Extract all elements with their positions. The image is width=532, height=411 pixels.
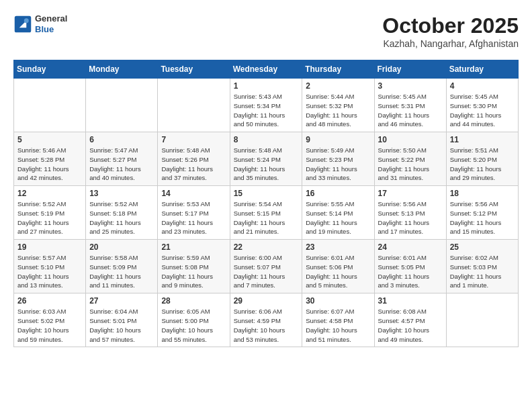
day-info: Sunrise: 5:56 AM Sunset: 5:12 PM Dayligh…: [450, 199, 515, 236]
day-info: Sunrise: 5:58 AM Sunset: 5:09 PM Dayligh…: [89, 253, 154, 290]
calendar-week-row: 19Sunrise: 5:57 AM Sunset: 5:10 PM Dayli…: [14, 240, 519, 293]
calendar-cell: [158, 79, 230, 132]
calendar-cell: 19Sunrise: 5:57 AM Sunset: 5:10 PM Dayli…: [14, 240, 86, 293]
svg-point-2: [24, 18, 29, 23]
calendar-cell: 12Sunrise: 5:52 AM Sunset: 5:19 PM Dayli…: [14, 186, 86, 240]
day-info: Sunrise: 5:59 AM Sunset: 5:08 PM Dayligh…: [161, 253, 226, 290]
day-info: Sunrise: 5:52 AM Sunset: 5:19 PM Dayligh…: [17, 199, 82, 236]
day-number: 15: [234, 189, 299, 198]
calendar-cell: 10Sunrise: 5:50 AM Sunset: 5:22 PM Dayli…: [374, 132, 446, 186]
day-info: Sunrise: 5:50 AM Sunset: 5:22 PM Dayligh…: [378, 146, 443, 183]
calendar-cell: 26Sunrise: 6:03 AM Sunset: 5:02 PM Dayli…: [14, 293, 86, 347]
location: Kazhah, Nangarhar, Afghanistan: [382, 38, 519, 49]
calendar-cell: 9Sunrise: 5:49 AM Sunset: 5:23 PM Daylig…: [302, 132, 374, 186]
calendar-week-row: 12Sunrise: 5:52 AM Sunset: 5:19 PM Dayli…: [14, 186, 519, 240]
weekday-header-monday: Monday: [86, 60, 158, 79]
day-number: 7: [161, 135, 226, 144]
day-number: 5: [17, 135, 82, 144]
calendar-week-row: 26Sunrise: 6:03 AM Sunset: 5:02 PM Dayli…: [14, 293, 519, 347]
day-number: 29: [234, 296, 299, 306]
day-info: Sunrise: 5:48 AM Sunset: 5:24 PM Dayligh…: [234, 146, 299, 183]
day-info: Sunrise: 5:54 AM Sunset: 5:15 PM Dayligh…: [234, 199, 299, 236]
day-number: 18: [450, 189, 515, 198]
calendar-cell: 25Sunrise: 6:02 AM Sunset: 5:03 PM Dayli…: [446, 240, 518, 293]
day-info: Sunrise: 6:04 AM Sunset: 5:01 PM Dayligh…: [89, 307, 154, 344]
calendar-cell: 2Sunrise: 5:44 AM Sunset: 5:32 PM Daylig…: [302, 79, 374, 132]
calendar-cell: 15Sunrise: 5:54 AM Sunset: 5:15 PM Dayli…: [230, 186, 302, 240]
day-info: Sunrise: 5:45 AM Sunset: 5:30 PM Dayligh…: [450, 92, 515, 129]
logo-text: General Blue: [35, 13, 67, 34]
day-info: Sunrise: 5:52 AM Sunset: 5:18 PM Dayligh…: [89, 199, 154, 236]
day-number: 25: [450, 242, 515, 252]
day-number: 30: [306, 296, 370, 306]
calendar-week-row: 5Sunrise: 5:46 AM Sunset: 5:28 PM Daylig…: [14, 132, 519, 186]
day-number: 12: [17, 189, 82, 198]
day-info: Sunrise: 6:06 AM Sunset: 4:59 PM Dayligh…: [234, 307, 299, 344]
weekday-header-wednesday: Wednesday: [230, 60, 302, 79]
calendar-cell: 22Sunrise: 6:00 AM Sunset: 5:07 PM Dayli…: [230, 240, 302, 293]
logo-blue: Blue: [35, 24, 67, 35]
calendar-cell: 30Sunrise: 6:07 AM Sunset: 4:58 PM Dayli…: [302, 293, 374, 347]
calendar-cell: 14Sunrise: 5:53 AM Sunset: 5:17 PM Dayli…: [158, 186, 230, 240]
weekday-header-sunday: Sunday: [14, 60, 86, 79]
calendar-cell: 13Sunrise: 5:52 AM Sunset: 5:18 PM Dayli…: [86, 186, 158, 240]
day-number: 8: [234, 135, 299, 144]
weekday-header-tuesday: Tuesday: [158, 60, 230, 79]
day-number: 23: [306, 242, 370, 252]
day-number: 4: [450, 81, 515, 91]
day-info: Sunrise: 5:57 AM Sunset: 5:10 PM Dayligh…: [17, 253, 82, 290]
day-info: Sunrise: 6:03 AM Sunset: 5:02 PM Dayligh…: [17, 307, 82, 344]
day-number: 6: [89, 135, 154, 144]
day-number: 16: [306, 189, 370, 198]
calendar-cell: 4Sunrise: 5:45 AM Sunset: 5:30 PM Daylig…: [446, 79, 518, 132]
day-info: Sunrise: 5:44 AM Sunset: 5:32 PM Dayligh…: [306, 92, 370, 129]
day-number: 27: [89, 296, 154, 306]
title-block: October 2025 Kazhah, Nangarhar, Afghanis…: [382, 13, 519, 49]
day-number: 9: [306, 135, 370, 144]
month-title: October 2025: [382, 13, 519, 38]
day-number: 2: [306, 81, 370, 91]
calendar-cell: 20Sunrise: 5:58 AM Sunset: 5:09 PM Dayli…: [86, 240, 158, 293]
day-info: Sunrise: 6:00 AM Sunset: 5:07 PM Dayligh…: [234, 253, 299, 290]
day-number: 17: [378, 189, 443, 198]
calendar-cell: 28Sunrise: 6:05 AM Sunset: 5:00 PM Dayli…: [158, 293, 230, 347]
day-info: Sunrise: 5:55 AM Sunset: 5:14 PM Dayligh…: [306, 199, 370, 236]
day-number: 22: [234, 242, 299, 252]
day-info: Sunrise: 5:53 AM Sunset: 5:17 PM Dayligh…: [161, 199, 226, 236]
logo: General Blue: [13, 13, 67, 34]
page-header: General Blue October 2025 Kazhah, Nangar…: [13, 13, 519, 49]
logo-icon: [13, 15, 32, 34]
calendar-cell: 17Sunrise: 5:56 AM Sunset: 5:13 PM Dayli…: [374, 186, 446, 240]
calendar-cell: 6Sunrise: 5:47 AM Sunset: 5:27 PM Daylig…: [86, 132, 158, 186]
day-info: Sunrise: 5:45 AM Sunset: 5:31 PM Dayligh…: [378, 92, 443, 129]
day-number: 11: [450, 135, 515, 144]
calendar-week-row: 1Sunrise: 5:43 AM Sunset: 5:34 PM Daylig…: [14, 79, 519, 132]
calendar-cell: [86, 79, 158, 132]
calendar-cell: 8Sunrise: 5:48 AM Sunset: 5:24 PM Daylig…: [230, 132, 302, 186]
calendar-cell: 16Sunrise: 5:55 AM Sunset: 5:14 PM Dayli…: [302, 186, 374, 240]
day-info: Sunrise: 6:02 AM Sunset: 5:03 PM Dayligh…: [450, 253, 515, 290]
calendar-cell: 7Sunrise: 5:48 AM Sunset: 5:26 PM Daylig…: [158, 132, 230, 186]
day-number: 1: [234, 81, 299, 91]
calendar-cell: 31Sunrise: 6:08 AM Sunset: 4:57 PM Dayli…: [374, 293, 446, 347]
day-number: 13: [89, 189, 154, 198]
day-number: 21: [161, 242, 226, 252]
weekday-header-thursday: Thursday: [302, 60, 374, 79]
day-info: Sunrise: 6:05 AM Sunset: 5:00 PM Dayligh…: [161, 307, 226, 344]
calendar-cell: 23Sunrise: 6:01 AM Sunset: 5:06 PM Dayli…: [302, 240, 374, 293]
calendar-cell: 18Sunrise: 5:56 AM Sunset: 5:12 PM Dayli…: [446, 186, 518, 240]
calendar-table: SundayMondayTuesdayWednesdayThursdayFrid…: [13, 60, 519, 347]
calendar-cell: 27Sunrise: 6:04 AM Sunset: 5:01 PM Dayli…: [86, 293, 158, 347]
day-number: 28: [161, 296, 226, 306]
day-info: Sunrise: 5:56 AM Sunset: 5:13 PM Dayligh…: [378, 199, 443, 236]
day-info: Sunrise: 5:51 AM Sunset: 5:20 PM Dayligh…: [450, 146, 515, 183]
day-info: Sunrise: 5:48 AM Sunset: 5:26 PM Dayligh…: [161, 146, 226, 183]
calendar-cell: 11Sunrise: 5:51 AM Sunset: 5:20 PM Dayli…: [446, 132, 518, 186]
weekday-header-saturday: Saturday: [446, 60, 518, 79]
day-info: Sunrise: 5:47 AM Sunset: 5:27 PM Dayligh…: [89, 146, 154, 183]
calendar-cell: 24Sunrise: 6:01 AM Sunset: 5:05 PM Dayli…: [374, 240, 446, 293]
calendar-cell: [446, 293, 518, 347]
day-number: 26: [17, 296, 82, 306]
calendar-cell: 21Sunrise: 5:59 AM Sunset: 5:08 PM Dayli…: [158, 240, 230, 293]
calendar-cell: 29Sunrise: 6:06 AM Sunset: 4:59 PM Dayli…: [230, 293, 302, 347]
